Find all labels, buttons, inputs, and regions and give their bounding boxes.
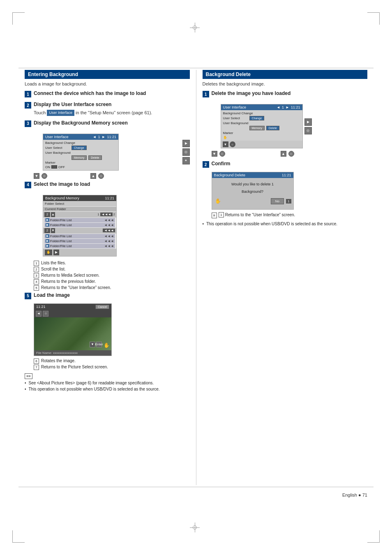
step-3-number: 3 (25, 120, 31, 127)
num-text-3: Returns to Media Select screen. (41, 273, 99, 278)
mock3-arrow-right: ► (102, 135, 106, 139)
mock3-btn-memory[interactable]: Memory (71, 155, 87, 160)
confirm-no-btn[interactable]: No (271, 198, 284, 204)
del-btn-delete[interactable]: Delete (266, 126, 279, 130)
num-item-6: 6 Rotates the image. (34, 358, 190, 364)
del-row-btns: Memory Delete (223, 126, 300, 130)
del-label-user-bg: User Background (223, 121, 256, 125)
load-img-footer: File Name: xxxxxxxxxxxxxxx (34, 350, 111, 356)
del-label-marker: Marker (223, 131, 256, 135)
file-arrows-2: ◄◄◄ (104, 223, 114, 227)
page-number-area: English ● 71 (342, 493, 367, 497)
step-4-number: 4 (25, 182, 31, 188)
delete-mock-arrow-left: ◄ (277, 105, 280, 109)
ui-label-inline: User Interface (47, 110, 74, 116)
note-bullet-2: • This operation is not possible when US… (25, 387, 190, 391)
bg-current-folder: Current Folder (43, 207, 116, 211)
load-ctrl-2: ☆ (43, 311, 48, 317)
file-icon-2: ▶ (46, 223, 49, 227)
confirm-time: 11:21 (282, 173, 291, 177)
icon-camera: ◎ (182, 148, 190, 156)
mock3-btn-delete[interactable]: Delete (88, 155, 101, 160)
step-4-heading: Select the image to load (34, 181, 90, 188)
num-text-2: Scroll the list. (41, 267, 65, 271)
right-note-text: This operation is not possible when USB/… (206, 222, 337, 226)
mock3-header: User Interface ◄ 1 ► 11:21 (43, 134, 118, 140)
ctrl-arrow-right: ▶ (53, 250, 59, 255)
confirm-no-val: 1 (286, 199, 291, 204)
delete-mock-nav: ◄ 1 ► 11:21 (277, 105, 300, 109)
num-box-4: 4 (34, 279, 39, 284)
right-note-item: • This operation is not possible when US… (203, 222, 368, 226)
mock3-arrow-left: ◄ (93, 135, 97, 139)
mock3-on-label: ON (45, 165, 50, 169)
confirm-text-content: Would you like to delete (231, 182, 270, 186)
num-box-5: 5 (34, 285, 39, 291)
del-btn-memory[interactable]: Memory (249, 126, 265, 130)
step-4-num-list: 1 Lists the files. 2 Scroll the list. 3 … (34, 261, 190, 291)
file-arrows-4: ◄◄◄ (104, 239, 114, 243)
step-4-bg-memory-mock: Background Memory 11:21 Folder Select Cu… (43, 195, 117, 257)
nav2-box: 2 (44, 228, 50, 233)
del-row-marker: Marker (223, 131, 300, 135)
load-enter-btn[interactable]: Enter (96, 342, 102, 347)
confirm-label-line: Background? (214, 190, 291, 194)
page-separator: ● (358, 493, 362, 497)
step-5-num-list: 6 Rotates the image. 7 Returns to the Pi… (34, 358, 190, 370)
delete-mock: User Interface ◄ 1 ► 11:21 Background Ch… (221, 104, 303, 148)
right-step-2: 2 Confirm (203, 161, 368, 168)
file-arrows-3: ◄◄◄ (104, 234, 114, 238)
file-name-3: Folder/File List (50, 234, 71, 238)
note-text-1: See <About Picture files> (page 6) for r… (29, 381, 154, 385)
step-1: 1 Connect the device which has the image… (25, 90, 190, 97)
load-cancel-btn[interactable]: Cancel (95, 305, 109, 309)
mock3-label-user-select: User Select (45, 146, 70, 150)
nav2-down: ▼ (51, 228, 55, 233)
num-item-7: 7 Returns to the Picture Select screen. (34, 365, 190, 370)
notes-icon: ≡≡ (25, 373, 32, 379)
right-num-box-1: 1 (219, 212, 224, 217)
del-row-user-select: User Select Change (223, 116, 300, 120)
note-bullet-1: • See <About Picture files> (page 6) for… (25, 381, 190, 385)
mock3-btn-change[interactable]: Change (71, 146, 87, 150)
mock3-label-bg-change: Background Change (45, 141, 78, 145)
bg-nav-row-2: 2 ▼ ◄◄◄ (43, 228, 116, 234)
left-notes: ≡≡ • See <About Picture files> (page 6) … (25, 373, 190, 391)
step-3-heading: Display the Background Memory screen (34, 120, 190, 127)
file-row-2: ▶ Folder/File List ◄◄◄ (44, 223, 115, 227)
file-name-5: Folder/File List (50, 244, 71, 248)
mock3-body: Background Change User Select Change Use… (43, 140, 118, 170)
bg-memory-title: Background Memory (45, 196, 79, 200)
file-name-4: Folder/File List (50, 239, 71, 243)
step-2: 2 Display the User Interface screen Touc… (25, 102, 190, 116)
load-img-mock: 11:21 Cancel ◄ ☆ ▼ Enter ✋ File Name: xx… (34, 303, 112, 356)
mock3-controls: ▼ ○ ▲ ○ (34, 173, 190, 179)
icon-star: ✦ (182, 157, 190, 164)
mock3-page: 1 (98, 135, 100, 139)
num-box-2: 2 (34, 267, 39, 272)
mock3-off-label: OFF (58, 165, 65, 169)
corner-mark-tr (367, 12, 380, 25)
load-arrow-down: ▼ (90, 342, 95, 347)
ctrl-finger: ✋ (45, 250, 52, 255)
nav-indicator-1: 1 (97, 213, 99, 216)
bg-nav-row: 2 ▲ 1 ◄◄◄ 2 (43, 212, 116, 217)
file-name-1: Folder/File List (50, 218, 71, 222)
mock3-label-marker: Marker (45, 161, 78, 164)
step-3-ui-mock: User Interface ◄ 1 ► 11:21 Background Ch… (43, 134, 119, 171)
corner-mark-tl (12, 12, 25, 25)
top-rule (18, 68, 374, 68)
corner-mark-br (367, 530, 380, 543)
confirm-mock: Background Delete 11:21 Would you like t… (212, 172, 294, 210)
del-btn-change[interactable]: Change (249, 116, 265, 120)
delete-mock-title: User Interface (223, 105, 247, 109)
right-section-title: Background Delete (203, 70, 368, 79)
del-bottom-controls: ▼ ○ (221, 141, 302, 148)
num-text-1: Lists the files. (41, 261, 66, 265)
del-nav-up: ▲ (281, 151, 286, 157)
crosshair-top (190, 23, 200, 32)
num-item-1: 1 Lists the files. (34, 261, 190, 266)
mock3-row-btns: Memory Delete (45, 155, 116, 160)
right-notes-return: ≡ 1 Returns to the “User Interface” scre… (212, 212, 368, 218)
file-row-4: ▶ Folder/File List ◄◄◄ (44, 239, 115, 243)
